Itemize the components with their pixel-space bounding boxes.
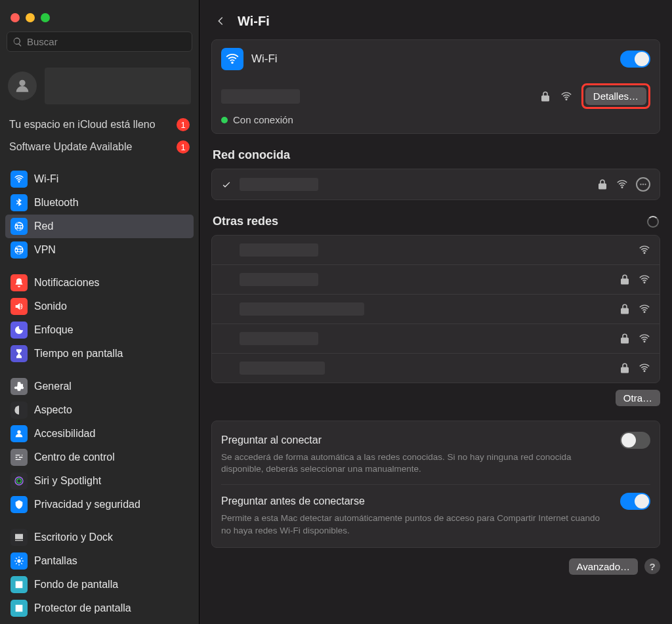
sidebar-item-accesibilidad[interactable]: Accesibilidad (5, 422, 194, 446)
sidebar-item-tiempo-en-pantalla[interactable]: Tiempo en pantalla (5, 342, 194, 365)
sidebar-item-red[interactable]: Red (5, 215, 194, 238)
wifi-icon (10, 171, 28, 188)
sidebar-item-label: Red (34, 220, 53, 232)
bluetooth-icon (10, 194, 28, 211)
lock-icon (619, 362, 631, 374)
sidebar-item-label: Sonido (34, 301, 67, 312)
lock-icon (597, 178, 608, 190)
globe-icon (10, 218, 28, 235)
sidebar-item-centro-de-control[interactable]: Centro de control (5, 446, 194, 469)
sidebar-item-label: Bluetooth (34, 197, 79, 209)
sidebar-item-label: Wi-Fi (34, 173, 58, 185)
ask-hotspot-desc: Permite a esta Mac detectar automáticame… (221, 512, 602, 536)
details-highlight: Detalles… (581, 83, 650, 109)
other-network-row[interactable] (212, 323, 660, 353)
network-more-button[interactable] (636, 177, 650, 192)
network-name-redacted (240, 273, 318, 286)
ask-to-join-title: Preguntar al conectar (221, 434, 322, 446)
sidebar-item-label: Accesibilidad (34, 428, 95, 440)
ask-to-join-desc: Se accederá de forma automática a las re… (221, 451, 602, 475)
wifi-toggle[interactable] (620, 51, 650, 68)
avatar (8, 72, 37, 100)
advanced-button[interactable]: Avanzado… (569, 558, 638, 575)
network-name-redacted (240, 362, 325, 375)
sidebar-item-privacidad-y-seguridad[interactable]: Privacidad y seguridad (5, 493, 194, 516)
wifi-signal-icon (639, 333, 650, 344)
account-name-redacted (45, 68, 191, 104)
known-network-row[interactable] (212, 169, 660, 199)
sidebar-item-sonido[interactable]: Sonido (5, 295, 194, 318)
sidebar-item-escritorio-y-dock[interactable]: Escritorio y Dock (5, 526, 194, 549)
bell-icon (10, 274, 28, 291)
alert-text: Software Update Available (9, 141, 132, 153)
dock-icon (10, 529, 28, 546)
scanning-spinner-icon (647, 216, 659, 228)
sidebar-item-protector-de-pantalla[interactable]: Protector de pantalla (5, 596, 194, 620)
sidebar-item-pantallas[interactable]: Pantallas (5, 549, 194, 573)
sidebar-item-label: General (34, 381, 72, 392)
lock-icon (619, 333, 631, 344)
details-button[interactable]: Detalles… (585, 87, 646, 105)
gear-icon (10, 378, 28, 395)
search-field[interactable] (7, 31, 192, 52)
other-networks-list (211, 235, 660, 383)
search-input[interactable] (27, 36, 186, 47)
page-title: Wi-Fi (238, 14, 270, 29)
wifi-signal-icon (639, 274, 650, 285)
close-window[interactable] (10, 13, 20, 22)
globe-icon (10, 241, 28, 259)
sidebar-item-enfoque[interactable]: Enfoque (5, 318, 194, 342)
photo-icon (10, 576, 28, 593)
sidebar-item-wi-fi[interactable]: Wi-Fi (5, 167, 194, 191)
sidebar-item-vpn[interactable]: VPN (5, 238, 194, 262)
sliders-icon (10, 449, 28, 466)
sun-icon (10, 552, 28, 570)
sidebar-item-label: Fondo de pantalla (34, 579, 118, 591)
alert-badge: 1 (177, 118, 190, 131)
wifi-app-icon (221, 48, 243, 70)
help-button[interactable]: ? (644, 558, 660, 574)
sidebar-item-siri-y-spotlight[interactable]: Siri y Spotlight (5, 469, 194, 493)
sidebar-item-label: Enfoque (34, 324, 74, 336)
sidebar-item-general[interactable]: General (5, 375, 194, 398)
sidebar-item-label: VPN (34, 244, 56, 256)
person-icon (10, 425, 28, 442)
other-network-row[interactable] (212, 294, 660, 323)
sidebar-item-label: Pantallas (34, 555, 77, 567)
sidebar-item-label: Tiempo en pantalla (34, 348, 123, 360)
alert-text: Tu espacio en iCloud está lleno (9, 119, 156, 131)
other-network-row[interactable] (212, 236, 660, 264)
minimize-window[interactable] (26, 13, 35, 22)
sound-icon (10, 298, 28, 315)
other-network-button[interactable]: Otra… (616, 390, 660, 406)
sidebar-item-fondo-de-pantalla[interactable]: Fondo de pantalla (5, 573, 194, 596)
moon-icon (10, 322, 28, 339)
sidebar-item-bluetooth[interactable]: Bluetooth (5, 191, 194, 215)
wifi-main-panel: Wi-Fi Detalles… Con conexión (211, 39, 660, 134)
lock-icon (539, 91, 551, 102)
ask-hotspot-toggle[interactable] (620, 493, 650, 510)
half-icon (10, 402, 28, 419)
other-network-row[interactable] (212, 264, 660, 294)
back-button[interactable] (211, 12, 230, 30)
maximize-window[interactable] (41, 13, 50, 22)
status-indicator-green (221, 117, 228, 123)
network-name-redacted (240, 302, 364, 316)
hourglass-icon (10, 345, 28, 362)
sidebar-item-label: Aspecto (34, 404, 72, 416)
footer: Avanzado… ? (211, 558, 660, 575)
ask-to-join-toggle[interactable] (620, 432, 650, 449)
hand-icon (10, 496, 28, 513)
check-icon (221, 179, 232, 190)
account-row[interactable] (5, 64, 194, 114)
alert-badge: 1 (177, 140, 190, 154)
connected-network-name-redacted (221, 89, 300, 104)
network-name-redacted (240, 332, 318, 345)
sidebar-alert-1[interactable]: Software Update Available 1 (5, 136, 194, 158)
sidebar-item-aspecto[interactable]: Aspecto (5, 398, 194, 422)
network-name-redacted (240, 178, 318, 191)
other-network-row[interactable] (212, 353, 660, 383)
sidebar-item-notificaciones[interactable]: Notificaciones (5, 271, 194, 295)
sidebar-alert-0[interactable]: Tu espacio en iCloud está lleno 1 (5, 114, 194, 136)
sidebar-item-label: Privacidad y seguridad (34, 499, 140, 510)
